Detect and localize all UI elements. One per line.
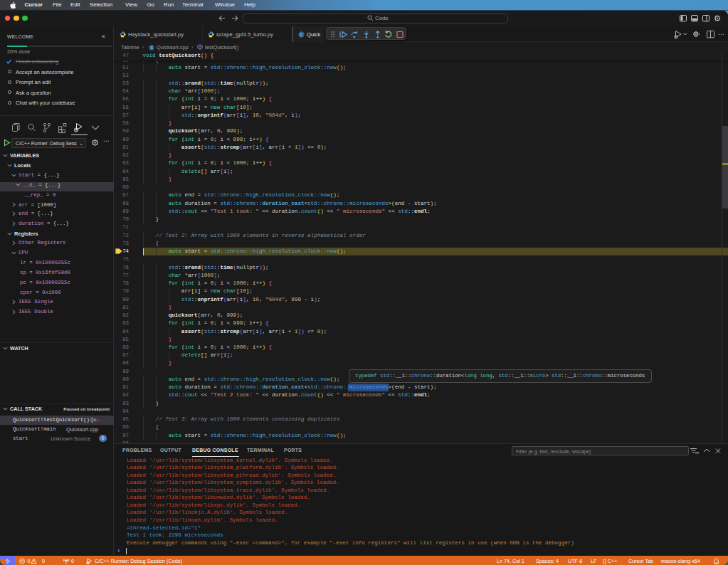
svg-text:C: C [150, 45, 153, 49]
svg-text:⋯: ⋯ [718, 31, 724, 38]
